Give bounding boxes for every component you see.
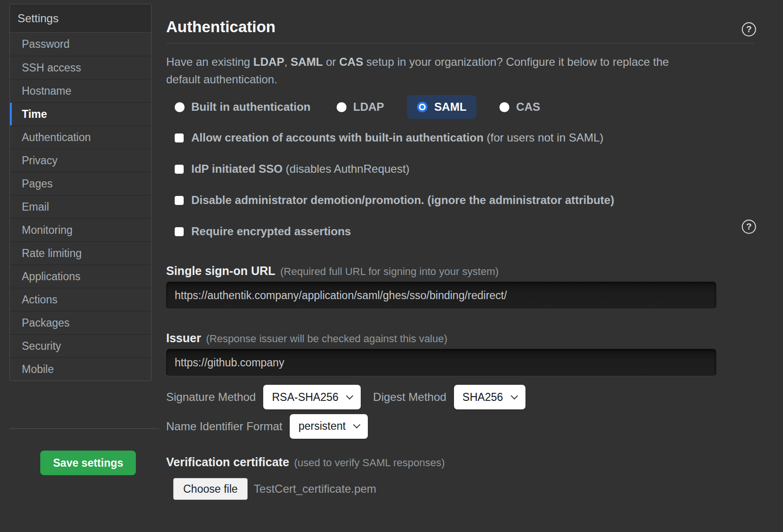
name-id-format-row: Name Identifier Format persistent xyxy=(166,413,368,439)
verification-cert-label-row: Verification certificate (used to verify… xyxy=(166,455,445,469)
radio-ldap[interactable]: LDAP xyxy=(337,100,384,114)
saml-options-group: Allow creation of accounts with built-in… xyxy=(175,132,614,257)
sidebar-item-time[interactable]: Time xyxy=(10,102,151,125)
settings-sidebar: Settings Password SSH access Hostname Ti… xyxy=(9,4,151,381)
chevron-down-icon xyxy=(353,421,361,429)
issuer-label: Issuer xyxy=(166,331,201,345)
intro-cas: CAS xyxy=(339,55,363,68)
sidebar-item-privacy[interactable]: Privacy xyxy=(10,149,151,172)
radio-label: CAS xyxy=(516,100,540,114)
sso-url-input[interactable]: https://authentik.company/application/sa… xyxy=(166,282,716,309)
radio-label: Built in authentication xyxy=(191,100,311,114)
checkbox-label: IdP initiated SSO xyxy=(191,162,283,175)
sidebar-title: Settings xyxy=(10,4,151,33)
checkbox-suffix: (for users not in SAML) xyxy=(483,131,603,144)
issuer-hint: (Response issuer will be checked against… xyxy=(206,333,447,345)
radio-built-in-authentication[interactable]: Built in authentication xyxy=(175,100,311,114)
sidebar-item-email[interactable]: Email xyxy=(10,195,151,218)
digest-method-label: Digest Method xyxy=(373,390,446,404)
name-id-format-label: Name Identifier Format xyxy=(166,420,282,433)
digest-method-value: SHA256 xyxy=(463,391,503,404)
signature-method-select[interactable]: RSA-SHA256 xyxy=(263,385,361,409)
radio-unselected-icon xyxy=(499,102,509,112)
sidebar-nav: Password SSH access Hostname Time Authen… xyxy=(10,33,151,381)
choose-file-button[interactable]: Choose file xyxy=(173,478,248,500)
sidebar-item-actions[interactable]: Actions xyxy=(10,288,151,311)
checkbox-idp-initiated-sso[interactable]: IdP initiated SSO (disables AuthnRequest… xyxy=(175,163,614,175)
help-icon-encrypted-assertions[interactable]: ? xyxy=(742,220,756,234)
help-icon[interactable]: ? xyxy=(742,22,756,36)
name-id-format-value: persistent xyxy=(298,420,346,433)
authentication-settings-panel: Authentication ? Have an existing LDAP, … xyxy=(166,0,754,532)
chevron-down-icon xyxy=(346,392,354,399)
intro-ldap: LDAP xyxy=(253,55,284,68)
radio-unselected-icon xyxy=(337,102,347,112)
radio-saml[interactable]: SAML xyxy=(407,95,476,119)
checkbox-icon xyxy=(175,133,184,142)
sso-url-hint: (Required full URL for signing into your… xyxy=(280,266,498,277)
intro-segment: , xyxy=(284,55,290,68)
sidebar-item-packages[interactable]: Packages xyxy=(10,311,151,334)
intro-text: Have an existing LDAP, SAML or CAS setup… xyxy=(166,53,689,88)
sidebar-item-monitoring[interactable]: Monitoring xyxy=(10,218,151,241)
checkbox-allow-builtin-accounts[interactable]: Allow creation of accounts with built-in… xyxy=(175,132,614,144)
sso-url-label-row: Single sign-on URL (Required full URL fo… xyxy=(166,264,498,278)
signature-method-label: Signature Method xyxy=(166,390,256,404)
radio-unselected-icon xyxy=(175,102,185,112)
verification-cert-file-row: Choose file TestCert_certificate.pem xyxy=(173,478,376,500)
ghes-management-console: Settings Password SSH access Hostname Ti… xyxy=(0,0,783,532)
auth-method-radio-group: Built in authentication LDAP SAML CAS xyxy=(175,96,540,118)
radio-label: LDAP xyxy=(353,100,384,114)
sidebar-item-security[interactable]: Security xyxy=(10,334,151,357)
checkbox-label: Allow creation of accounts with built-in… xyxy=(191,131,483,144)
sidebar-item-password[interactable]: Password xyxy=(10,33,151,56)
checkbox-suffix: (disables AuthnRequest) xyxy=(283,162,409,175)
sidebar-item-hostname[interactable]: Hostname xyxy=(10,79,151,102)
checkbox-icon xyxy=(175,196,184,205)
chevron-down-icon xyxy=(510,392,518,399)
method-row: Signature Method RSA-SHA256 Digest Metho… xyxy=(166,385,525,409)
issuer-label-row: Issuer (Response issuer will be checked … xyxy=(166,331,447,345)
radio-label: SAML xyxy=(434,100,466,114)
checkbox-icon xyxy=(175,227,184,236)
checkbox-require-encrypted-assertions[interactable]: Require encrypted assertions xyxy=(175,225,614,238)
radio-cas[interactable]: CAS xyxy=(499,100,540,114)
sidebar-item-pages[interactable]: Pages xyxy=(10,172,151,195)
digest-method-select[interactable]: SHA256 xyxy=(454,385,525,409)
sidebar-item-authentication[interactable]: Authentication xyxy=(10,125,151,149)
intro-segment: Have an existing xyxy=(166,55,253,68)
page-header: Authentication xyxy=(166,0,754,44)
sidebar-item-rate-limiting[interactable]: Rate limiting xyxy=(10,241,151,265)
sidebar-item-mobile[interactable]: Mobile xyxy=(10,357,151,381)
sidebar-footer-divider xyxy=(9,428,159,429)
issuer-input[interactable]: https://github.company xyxy=(166,349,716,376)
verification-cert-label: Verification certificate xyxy=(166,455,289,469)
sso-url-label: Single sign-on URL xyxy=(166,264,276,277)
sidebar-item-applications[interactable]: Applications xyxy=(10,265,151,288)
intro-segment: or xyxy=(323,55,339,68)
chosen-file-name: TestCert_certificate.pem xyxy=(254,482,376,496)
radio-selected-icon xyxy=(417,102,427,112)
name-id-format-select[interactable]: persistent xyxy=(290,414,368,439)
checkbox-label: Disable administrator demotion/promotion… xyxy=(191,194,614,206)
intro-saml: SAML xyxy=(291,55,323,68)
signature-method-value: RSA-SHA256 xyxy=(272,391,338,404)
checkbox-icon xyxy=(175,165,184,174)
checkbox-label: Require encrypted assertions xyxy=(191,225,351,238)
save-settings-button[interactable]: Save settings xyxy=(40,451,136,475)
verification-cert-hint: (used to verify SAML responses) xyxy=(294,457,445,469)
page-title: Authentication xyxy=(166,18,276,36)
checkbox-disable-admin-demotion[interactable]: Disable administrator demotion/promotion… xyxy=(175,194,614,206)
sidebar-item-ssh-access[interactable]: SSH access xyxy=(10,56,151,79)
